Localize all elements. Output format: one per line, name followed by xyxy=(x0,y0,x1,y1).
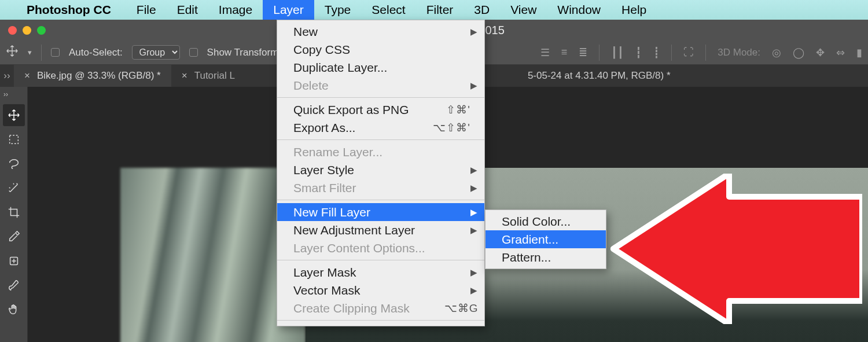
align-icon[interactable]: ☰ xyxy=(540,46,550,59)
distribute-icon[interactable]: ┃┃ xyxy=(611,46,624,59)
submenu-caret-icon: ▶ xyxy=(470,207,477,218)
menu-item[interactable]: New Fill Layer▶ xyxy=(277,203,484,221)
document-tab[interactable]: 5-05-24 at 4.31.40 PM, RGB/8) * xyxy=(517,65,681,87)
menu-item[interactable]: Quick Export as PNG⇧⌘' xyxy=(277,101,484,119)
menu-item-label: Export As... xyxy=(293,121,355,135)
menu-item[interactable]: Layer Mask▶ xyxy=(277,263,484,281)
camera-3d-icon[interactable]: ▮ xyxy=(856,46,862,59)
auto-select-label: Auto-Select: xyxy=(69,47,123,58)
slide-3d-icon[interactable]: ⇔ xyxy=(836,46,845,59)
document-tab[interactable]: × Bike.jpg @ 33.3% (RGB/8) * xyxy=(14,65,171,87)
menu-item[interactable]: Vector Mask▶ xyxy=(277,281,484,299)
menu-item[interactable]: Duplicate Layer... xyxy=(277,58,484,76)
roll-3d-icon[interactable]: ◯ xyxy=(793,46,804,59)
menu-select[interactable]: Select xyxy=(361,0,415,20)
close-tab-icon[interactable]: × xyxy=(182,70,187,82)
auto-select-dropdown[interactable]: Group xyxy=(132,45,180,60)
layer-menu: New▶Copy CSSDuplicate Layer...Delete▶Qui… xyxy=(277,20,485,326)
tab-label: Tutorial L xyxy=(194,70,235,82)
submenu-caret-icon: ▶ xyxy=(470,285,477,296)
hand-tool[interactable] xyxy=(3,299,25,321)
menu-item[interactable]: Export As...⌥⇧⌘' xyxy=(277,119,484,137)
submenu-caret-icon: ▶ xyxy=(470,80,477,91)
heal-tool[interactable] xyxy=(3,250,25,272)
tab-label: Bike.jpg @ 33.3% (RGB/8) * xyxy=(37,70,161,82)
new-fill-layer-submenu: Solid Color...Gradient...Pattern... xyxy=(485,209,606,269)
show-transform-label: Show Transform xyxy=(207,47,279,58)
3d-icon[interactable]: ⛶ xyxy=(683,46,694,58)
submenu-caret-icon: ▶ xyxy=(470,27,477,37)
lasso-tool[interactable] xyxy=(3,153,25,175)
menu-item-label: Smart Filter xyxy=(293,181,356,195)
orbit-3d-icon[interactable]: ◎ xyxy=(772,46,781,59)
divider xyxy=(41,45,42,61)
close-tab-icon[interactable]: × xyxy=(24,70,30,82)
divider xyxy=(671,45,672,61)
show-transform-checkbox[interactable] xyxy=(189,48,198,57)
menu-image[interactable]: Image xyxy=(208,0,263,20)
menu-item-label: Duplicate Layer... xyxy=(293,61,387,75)
submenu-item[interactable]: Gradient... xyxy=(486,230,606,248)
expand-tools-icon[interactable]: ›› xyxy=(0,90,27,102)
brush-tool[interactable] xyxy=(3,274,25,296)
submenu-caret-icon: ▶ xyxy=(470,225,477,236)
align-icon[interactable]: ≣ xyxy=(579,46,587,59)
submenu-item-label: Gradient... xyxy=(502,233,558,247)
auto-select-checkbox[interactable] xyxy=(51,48,60,57)
crop-tool[interactable] xyxy=(3,201,25,223)
submenu-item-label: Solid Color... xyxy=(502,215,571,229)
menu-item-label: New Adjustment Layer xyxy=(293,223,415,237)
move-tool[interactable] xyxy=(3,104,25,126)
pan-3d-icon[interactable]: ✥ xyxy=(816,46,825,59)
tabbar-expand-icon[interactable]: ›› xyxy=(0,65,14,87)
distribute-icon[interactable]: ┇ xyxy=(635,46,642,59)
distribute-icon[interactable]: ┋ xyxy=(653,46,660,59)
align-icon[interactable]: ≡ xyxy=(561,46,568,58)
menu-item-label: Layer Content Options... xyxy=(293,241,425,255)
divider xyxy=(599,45,599,61)
menu-item[interactable]: Layer Style▶ xyxy=(277,161,484,179)
menu-item-label: Create Clipping Mask xyxy=(293,301,410,315)
menu-item-label: Delete xyxy=(293,79,329,93)
mac-menubar: Photoshop CC File Edit Image Layer Type … xyxy=(0,0,868,20)
menu-item-shortcut: ⇧⌘' xyxy=(411,103,470,116)
app-name[interactable]: Photoshop CC xyxy=(27,3,111,17)
menu-3d[interactable]: 3D xyxy=(464,0,500,20)
menu-item: Create Clipping Mask⌥⌘G xyxy=(277,299,484,317)
menu-item-label: Copy CSS xyxy=(293,43,350,57)
menu-item-label: Rename Layer... xyxy=(293,145,382,159)
menu-item[interactable]: Copy CSS xyxy=(277,41,484,58)
menu-item-label: New xyxy=(293,25,318,39)
document-tab[interactable]: × Tutorial L xyxy=(171,65,245,87)
submenu-caret-icon: ▶ xyxy=(470,165,477,175)
menu-item[interactable]: New▶ xyxy=(277,23,484,41)
chevron-down-icon[interactable]: ▾ xyxy=(28,48,32,57)
menu-window[interactable]: Window xyxy=(547,0,611,20)
menu-view[interactable]: View xyxy=(500,0,547,20)
menu-filter[interactable]: Filter xyxy=(416,0,464,20)
menu-layer[interactable]: Layer xyxy=(263,0,314,20)
magic-wand-tool[interactable] xyxy=(3,177,25,199)
menu-item-label: Vector Mask xyxy=(293,284,361,297)
menu-item-label: Layer Style xyxy=(293,163,354,177)
submenu-item[interactable]: Solid Color... xyxy=(486,212,606,230)
menu-edit[interactable]: Edit xyxy=(167,0,208,20)
marquee-tool[interactable] xyxy=(3,128,25,150)
menu-item-shortcut: ⌥⇧⌘' xyxy=(398,121,470,134)
menu-item-label: Quick Export as PNG xyxy=(293,103,409,117)
annotation-arrow-icon xyxy=(608,174,862,326)
submenu-caret-icon: ▶ xyxy=(470,267,477,278)
menu-item-label: Layer Mask xyxy=(293,266,356,280)
3d-mode-label: 3D Mode: xyxy=(718,47,760,58)
menu-type[interactable]: Type xyxy=(314,0,362,20)
menu-item[interactable]: New Adjustment Layer▶ xyxy=(277,221,484,239)
tab-label: 5-05-24 at 4.31.40 PM, RGB/8) * xyxy=(528,70,671,82)
menu-file[interactable]: File xyxy=(126,0,167,20)
submenu-item[interactable]: Pattern... xyxy=(486,248,606,266)
move-tool-icon xyxy=(6,45,19,60)
eyedropper-tool[interactable] xyxy=(3,226,25,248)
menu-item-label: New Fill Layer xyxy=(293,205,370,219)
menu-item: Delete▶ xyxy=(277,76,484,94)
menu-help[interactable]: Help xyxy=(611,0,657,20)
menu-item: Smart Filter▶ xyxy=(277,179,484,197)
